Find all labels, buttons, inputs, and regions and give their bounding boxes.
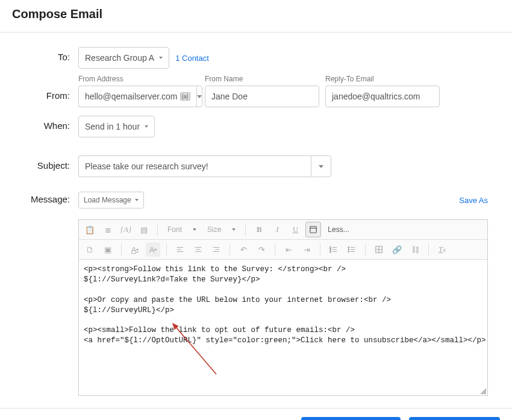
footer: Show Advanced Options Cancel Send Previe… [0,408,512,420]
link-icon[interactable]: 🔗 [390,242,404,257]
load-message-text: Load Message [84,196,131,204]
subject-input[interactable]: Please take our research survey! [78,155,311,177]
table-icon[interactable] [372,242,386,257]
compose-form: To: Research Group A 1 Contact From: Fro… [0,33,512,408]
editor-toolbar-row-2: 🗋 ▣ A▾ A▾ ↶ [79,240,487,260]
chevron-down-icon [145,125,148,128]
redo-icon[interactable]: ↷ [254,242,269,257]
bullet-list-icon[interactable]: ≣ [101,222,115,237]
svg-point-5 [348,249,349,250]
from-address-input[interactable]: hello@qemailserver.com {a} [78,86,196,107]
toolbar-less-toggle[interactable]: Less... [324,225,352,234]
svg-point-6 [348,251,349,252]
rich-text-editor: 📋 ≣ {A} ▧ Font Size B I U Less... [78,219,488,396]
unlink-icon[interactable]: ⛓ [408,242,422,257]
indent-icon[interactable]: ⇥ [299,242,314,257]
clear-format-icon[interactable]: Tx [435,242,449,257]
send-preview-button[interactable]: Send Preview Email [301,417,400,420]
outdent-icon[interactable]: ⇤ [281,242,296,257]
piped-text-insert-icon[interactable]: {A} [119,222,133,237]
embed-icon[interactable]: ▣ [101,242,115,257]
chevron-down-icon [319,165,323,168]
align-right-icon[interactable] [209,242,223,257]
from-address-label: From Address [78,75,199,83]
from-label: From: [12,75,78,101]
from-name-input[interactable]: Jane Doe [205,86,319,107]
cancel-button[interactable]: Cancel [248,417,293,420]
align-center-icon[interactable] [191,242,205,257]
new-page-icon[interactable]: 🗋 [83,242,97,257]
row-when: When: Send in 1 hour [12,116,500,137]
piped-text-icon: {a} [180,92,190,101]
subject-dropdown-button[interactable] [311,155,331,177]
editor-body[interactable]: <p><strong>Follow this link to the Surve… [79,260,487,395]
header: Compose Email [0,0,512,33]
row-subject: Subject: Please take our research survey… [12,155,500,177]
row-from: From: From Address hello@qemailserver.co… [12,75,500,107]
message-label: Message: [12,192,78,204]
from-name-text: Jane Doe [211,92,248,101]
bold-icon[interactable]: B [252,222,266,237]
svg-point-4 [348,247,349,248]
resize-handle-icon[interactable] [480,388,486,394]
align-left-icon[interactable] [173,242,187,257]
send-button[interactable]: Send in 1 hour [409,417,500,420]
toolbar-separator [245,224,246,236]
toolbar-separator [428,243,429,255]
toolbar-separator [166,243,167,255]
subject-label: Subject: [12,155,78,171]
chevron-down-icon [135,199,139,201]
chevron-down-icon [197,95,202,98]
svg-rect-0 [310,227,317,233]
chevron-down-icon [159,57,163,59]
toolbar-separator [365,243,366,255]
underline-icon[interactable]: U [288,222,302,237]
source-icon[interactable] [306,222,320,237]
size-select[interactable]: Size [204,222,239,237]
font-select[interactable]: Font [164,222,200,237]
toolbar-separator [157,224,158,236]
undo-icon[interactable]: ↶ [236,242,251,257]
italic-icon[interactable]: I [270,222,284,237]
when-select[interactable]: Send in 1 hour [78,116,155,137]
to-select-text: Research Group A [85,53,154,63]
save-as-link[interactable]: Save As [459,196,488,205]
reply-to-label: Reply-To Email [325,75,440,83]
subject-text: Please take our research survey! [85,161,208,171]
text-color-icon[interactable]: A▾ [128,242,142,257]
background-color-icon[interactable]: A▾ [146,242,160,257]
when-select-text: Send in 1 hour [85,122,140,131]
paste-icon[interactable]: 📋 [83,222,97,237]
svg-text:3: 3 [330,251,331,253]
toolbar-separator [121,243,122,255]
from-name-label: From Name [205,75,319,83]
chevron-down-icon [193,228,196,231]
toolbar-separator [320,243,320,255]
chevron-down-icon [232,228,236,231]
toolbar-separator [229,243,230,255]
toolbar-separator [275,243,275,255]
to-select[interactable]: Research Group A [78,47,169,69]
editor-toolbar-row-1: 📋 ≣ {A} ▧ Font Size B I U Less... [79,220,487,240]
image-icon[interactable]: ▧ [137,222,151,237]
when-label: When: [12,116,78,131]
from-address-text: hello@qemailserver.com [85,92,178,101]
reply-to-text: janedoe@qualtrics.com [332,92,420,101]
editor-content: <p><strong>Follow this link to the Surve… [84,265,486,345]
page-title: Compose Email [12,7,500,21]
reply-to-input[interactable]: janedoe@qualtrics.com [325,86,440,107]
row-message: Message: Load Message Save As 📋 ≣ {A} ▧ … [12,192,500,396]
contact-count-link[interactable]: 1 Contact [175,54,209,63]
to-label: To: [12,47,78,62]
from-address-dropdown-button[interactable] [196,86,202,107]
numbered-list-icon[interactable]: 123 [326,242,341,257]
row-to: To: Research Group A 1 Contact [12,47,500,69]
load-message-select[interactable]: Load Message [78,192,144,208]
bullet-list-icon[interactable] [345,242,359,257]
